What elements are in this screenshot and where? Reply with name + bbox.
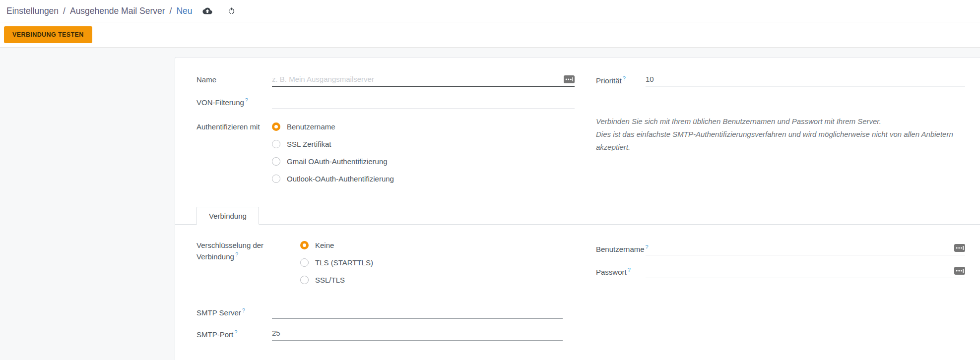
auth-mode-label: Authentifizieren mit (196, 118, 272, 131)
field-password: Passwort? (596, 259, 965, 282)
field-auth-mode: Authentifizieren mit Benutzername SSL Ze… (196, 118, 575, 187)
breadcrumb-separator: / (170, 6, 172, 16)
username-label: Benutzername? (596, 242, 646, 254)
radio-unchecked-icon (272, 175, 280, 183)
breadcrumb-separator: / (63, 6, 65, 16)
cloud-upload-icon (202, 7, 212, 15)
status-bar: VERBINDUNG TESTEN (0, 22, 980, 48)
translate-icon[interactable] (954, 244, 965, 252)
outgoing-mail-server-form: Einstellungen / Ausgehende Mail Server /… (0, 0, 980, 360)
translate-icon[interactable] (954, 267, 965, 275)
breadcrumb-outgoing-mail-servers[interactable]: Ausgehende Mail Server (70, 6, 165, 16)
discard-button[interactable] (225, 5, 238, 17)
auth-help-text: Verbinden Sie sich mit Ihrem üblichen Be… (596, 115, 965, 154)
help-question-icon: ? (235, 251, 238, 257)
help-question-icon: ? (623, 75, 626, 81)
radio-checked-icon (300, 241, 309, 249)
help-question-icon: ? (242, 307, 245, 313)
field-priority: Priorität? (596, 68, 965, 90)
field-from-filter: VON-Filterung? (196, 90, 575, 112)
encryption-label: Verschlüsselung der Verbindung? (196, 237, 272, 261)
connection-tab-content: Verschlüsselung der Verbindung? Keine (175, 225, 980, 344)
auth-option-gmail-oauth[interactable]: Gmail OAuth-Authentifizierung (272, 153, 394, 170)
from-filter-label: VON-Filterung? (196, 96, 272, 107)
radio-unchecked-icon (272, 140, 280, 148)
help-question-icon: ? (234, 329, 237, 335)
tab-bar: Verbindung (175, 206, 980, 225)
smtp-port-input[interactable] (272, 326, 563, 340)
form-view: Name VON-Filterung? (0, 48, 980, 360)
priority-label: Priorität? (596, 74, 646, 85)
tab-connection[interactable]: Verbindung (196, 207, 259, 225)
encryption-option-keine[interactable]: Keine (300, 237, 373, 254)
smtp-port-label: SMTP-Port? (196, 328, 272, 339)
smtp-server-input[interactable] (272, 304, 563, 318)
name-label: Name (196, 75, 272, 84)
field-smtp-port: SMTP-Port? (196, 322, 575, 344)
test-connection-button[interactable]: VERBINDUNG TESTEN (4, 26, 92, 43)
from-filter-input[interactable] (272, 94, 575, 108)
control-panel: Einstellungen / Ausgehende Mail Server /… (0, 0, 980, 22)
priority-input[interactable] (646, 72, 965, 86)
field-encryption: Verschlüsselung der Verbindung? Keine (196, 237, 575, 289)
radio-unchecked-icon (272, 157, 280, 166)
encryption-options: Keine TLS (STARTTLS) SSL/TLS (300, 237, 373, 289)
auth-mode-options: Benutzername SSL Zertifikat Gmail OAuth-… (272, 118, 394, 187)
name-input[interactable] (272, 72, 561, 86)
field-smtp-server: SMTP Server? (196, 300, 575, 322)
encryption-option-tls-starttls[interactable]: TLS (STARTTLS) (300, 254, 373, 271)
auth-option-ssl-zertifikat[interactable]: SSL Zertifikat (272, 135, 394, 153)
save-button[interactable] (200, 5, 214, 17)
breadcrumb-current-record: Neu (176, 6, 192, 16)
auth-option-outlook-oauth[interactable]: Outlook-OAuth-Authentifizierung (272, 170, 394, 187)
radio-unchecked-icon (300, 276, 309, 284)
field-name: Name (196, 68, 575, 90)
notebook: Verbindung Verschlüsselung der Verbindun… (175, 206, 980, 344)
translate-icon[interactable] (564, 75, 575, 83)
auth-option-benutzername[interactable]: Benutzername (272, 118, 394, 135)
form-sheet: Name VON-Filterung? (175, 57, 980, 360)
main-field-group: Name VON-Filterung? (196, 68, 965, 187)
username-input[interactable] (646, 240, 951, 255)
rotate-left-icon (227, 7, 236, 15)
encryption-option-ssl-tls[interactable]: SSL/TLS (300, 271, 373, 289)
password-input[interactable] (646, 263, 951, 278)
breadcrumb: Einstellungen / Ausgehende Mail Server /… (6, 6, 193, 16)
help-question-icon: ? (628, 267, 631, 273)
radio-unchecked-icon (300, 258, 309, 267)
breadcrumb-settings[interactable]: Einstellungen (6, 6, 59, 16)
password-label: Passwort? (596, 265, 646, 277)
field-username: Benutzername? (596, 237, 965, 259)
smtp-server-label: SMTP Server? (196, 306, 272, 317)
record-status-indicators (200, 5, 238, 17)
radio-checked-icon (272, 122, 280, 131)
help-question-icon: ? (245, 97, 248, 103)
